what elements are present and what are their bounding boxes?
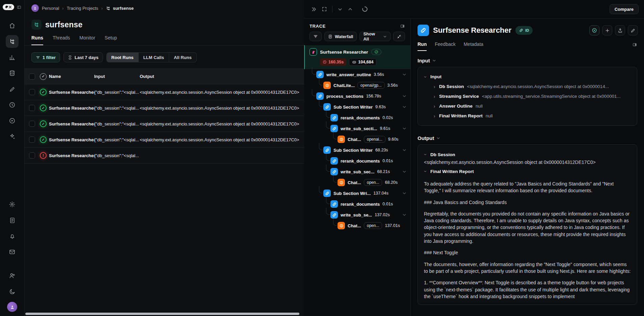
trace-root-row[interactable]: Surfsense Researcher 160.35s (304, 45, 410, 69)
breadcrumb-section[interactable]: Tracing Projects (67, 6, 98, 11)
chevron-down-icon[interactable]: › (423, 153, 428, 156)
trace-span-row[interactable]: rerank_documents 0.02s (304, 112, 410, 123)
chevron-down-icon[interactable] (402, 213, 406, 217)
annotate-button[interactable] (628, 25, 638, 35)
io-tree-row[interactable]: › Final Written Report null (424, 111, 631, 121)
add-to-dataset-button[interactable] (602, 25, 612, 35)
segment-all-runs[interactable]: All Runs (169, 53, 196, 62)
trace-span-row[interactable]: write_sub_se... 137.02s (304, 209, 410, 220)
tab-threads[interactable]: Threads (53, 35, 70, 45)
next-run-chevron-icon[interactable] (348, 7, 353, 12)
table-row[interactable]: ✓ Surfsense Researcher {"db_session":"<s… (25, 132, 304, 148)
chevron-down-icon[interactable] (402, 148, 406, 152)
io-tree-row[interactable]: › Input (424, 72, 631, 82)
row-checkbox[interactable] (29, 105, 35, 111)
user-avatar[interactable] (7, 302, 17, 312)
sidebar-item-annotation-queues[interactable] (6, 83, 19, 95)
chevron-down-icon[interactable] (402, 94, 406, 98)
chevron-right-icon[interactable]: › (424, 75, 428, 79)
trace-span-row[interactable]: Sub Section Writer 68.23s (304, 145, 410, 155)
trace-span-row[interactable]: Sub Section Wri... 137.04s (304, 188, 410, 199)
tab-feedback[interactable]: Feedback (435, 41, 455, 51)
collapse-all-button[interactable] (393, 32, 405, 41)
row-checkbox[interactable] (29, 89, 35, 95)
compare-button[interactable]: Compare (610, 4, 639, 14)
table-row[interactable]: ✓ Surfsense Researcher {"db_session":"<s… (25, 100, 304, 116)
chevron-down-icon[interactable] (402, 73, 406, 77)
chevron-down-icon[interactable] (402, 170, 406, 174)
column-header-input[interactable]: Input (94, 74, 140, 79)
select-all-checkbox[interactable] (29, 74, 35, 80)
workspace-avatar[interactable] (31, 4, 39, 12)
date-range-button[interactable]: Last 7 days (63, 52, 103, 62)
share-run-button[interactable] (615, 25, 625, 35)
input-section-header[interactable]: Input (418, 58, 637, 63)
sidebar-item-notifications[interactable] (6, 230, 19, 242)
sidebar-item-docs[interactable] (6, 214, 19, 227)
sidebar-item-theme-toggle[interactable] (6, 285, 19, 298)
trace-span-row[interactable]: Sub Section Writer 9.63s (304, 102, 410, 112)
trace-panel-toggle-icon[interactable] (400, 24, 405, 28)
row-checkbox[interactable] (29, 152, 35, 159)
table-row[interactable]: ! Surfsense Researcher {"db_session":"<s… (25, 148, 304, 164)
collapse-panel-icon[interactable] (311, 6, 317, 12)
trace-span-row[interactable]: write_sub_sec... 68.21s (304, 166, 410, 177)
tab-runs[interactable]: Runs (31, 35, 43, 45)
tab-metadata[interactable]: Metadata (464, 41, 483, 51)
sidebar-collapse-icon[interactable] (17, 5, 22, 9)
sidebar-item-invite[interactable] (6, 269, 19, 282)
sidebar-item-monitoring[interactable] (6, 51, 19, 64)
tab-setup[interactable]: Setup (105, 35, 117, 45)
trace-span-row[interactable]: rerank_documents 0.01s (304, 155, 410, 166)
tab-monitor[interactable]: Monitor (79, 35, 95, 45)
table-row[interactable]: ✓ Surfsense Researcher {"db_session":"<s… (25, 116, 304, 132)
previous-run-chevron-icon[interactable] (338, 7, 343, 12)
chevron-right-icon[interactable]: › (433, 84, 436, 89)
run-id-badge[interactable]: ID (515, 26, 533, 35)
output-key-row[interactable]: ›Final Written Report (424, 167, 631, 176)
io-tree-row[interactable]: › Answer Outline null (424, 101, 631, 111)
breadcrumb-project[interactable]: surfsense (106, 6, 133, 11)
detail-panel-toggle-icon[interactable] (632, 42, 637, 50)
sidebar-item-playground[interactable] (6, 114, 19, 127)
row-checkbox[interactable] (29, 121, 35, 127)
sidebar-item-deployments[interactable] (6, 130, 19, 143)
trace-span-row[interactable]: write_sub_secti... 9.61s (304, 123, 410, 134)
chevron-right-icon[interactable]: › (433, 113, 436, 119)
waterfall-view-button[interactable]: Waterfall (324, 32, 357, 41)
tree-connector (319, 100, 323, 107)
expand-fullscreen-icon[interactable] (322, 6, 327, 12)
tab-run[interactable]: Run (418, 41, 427, 51)
segment-root-runs[interactable]: Root Runs (107, 53, 139, 62)
chevron-right-icon[interactable]: › (433, 94, 436, 99)
column-header-output[interactable]: Output (140, 74, 304, 79)
sidebar-item-prompts[interactable] (6, 98, 19, 111)
trace-filter-button[interactable] (310, 32, 322, 41)
table-row[interactable]: ✓ Surfsense Researcher {"db_session":"<s… (25, 84, 304, 100)
trace-span-row[interactable]: ChatLite... openai/gp... 3.56s (304, 80, 410, 91)
sidebar-item-mail[interactable] (6, 246, 19, 258)
chevron-down-icon[interactable] (402, 191, 406, 195)
breadcrumb-workspace[interactable]: Personal (42, 6, 59, 11)
chevron-down-icon[interactable] (402, 105, 406, 109)
segment-llm-calls[interactable]: LLM Calls (139, 53, 169, 62)
open-in-playground-button[interactable] (589, 25, 599, 35)
sidebar-item-home[interactable] (6, 19, 19, 32)
io-tree-row[interactable]: › Streaming Service <app.utils.streaming… (424, 91, 631, 101)
sidebar-item-datasets[interactable] (6, 67, 19, 80)
chevron-right-icon[interactable]: › (433, 104, 436, 109)
chevron-down-icon[interactable] (402, 126, 406, 131)
output-key-row[interactable]: ›Db Session (424, 150, 631, 159)
chevron-down-icon[interactable]: › (423, 170, 428, 173)
row-checkbox[interactable] (29, 137, 35, 143)
trace-span-row[interactable]: Chat... open... 137.01s (304, 220, 410, 231)
show-all-dropdown[interactable]: Show All (359, 32, 391, 41)
horizontal-scrollbar[interactable] (25, 313, 299, 315)
column-header-name[interactable]: Name (49, 74, 94, 79)
sidebar-item-settings[interactable] (6, 198, 19, 211)
trace-span-row[interactable]: rerank_documents 0.01s (304, 199, 410, 209)
sidebar-item-tracing-projects[interactable] (6, 35, 19, 48)
filter-count-button[interactable]: 1 filter (31, 52, 60, 62)
io-tree-row[interactable]: › Db Session <sqlalchemy.ext.asyncio.ses… (424, 82, 631, 91)
output-section-header[interactable]: Output (418, 135, 637, 141)
